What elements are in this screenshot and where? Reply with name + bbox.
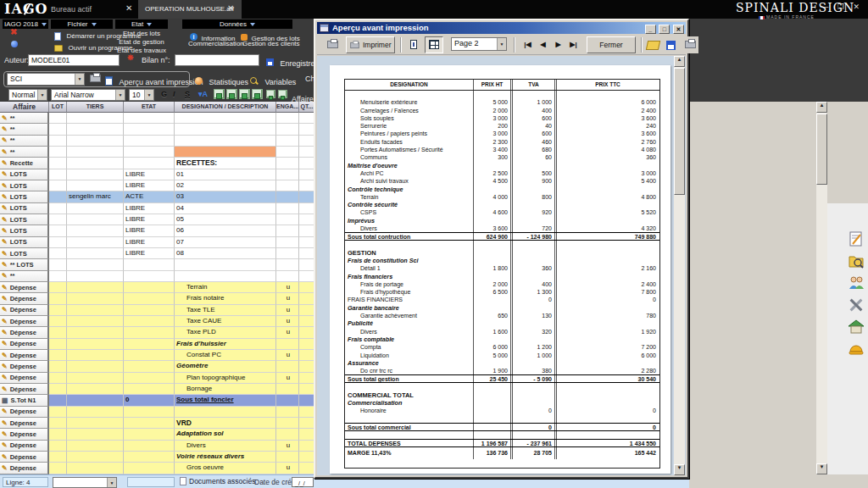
cell-lot[interactable] xyxy=(49,191,67,202)
cell-lot[interactable] xyxy=(49,339,67,350)
row-header-affaire[interactable]: ✎** xyxy=(0,136,49,147)
scrollbar-thumb[interactable] xyxy=(816,114,827,185)
cell-etat[interactable] xyxy=(124,136,175,147)
grid-scrollbar[interactable]: ▲ ▼ xyxy=(816,102,827,474)
cell-lot[interactable] xyxy=(49,203,67,214)
cell-etat[interactable]: LIBRE xyxy=(124,180,175,191)
first-page-button[interactable]: |◀ xyxy=(520,36,535,53)
imprimer-button[interactable]: Imprimer xyxy=(346,36,395,53)
italic-button[interactable]: I xyxy=(173,90,175,98)
cell-designation[interactable]: 05 xyxy=(175,214,276,225)
cell-engagement[interactable] xyxy=(276,136,299,147)
row-header-affaire[interactable]: ✎LOTS xyxy=(0,248,49,259)
font-size-select[interactable]: 10▼ xyxy=(129,89,154,101)
previous-page-button[interactable]: ◀ xyxy=(536,36,550,53)
cell-etat[interactable] xyxy=(124,327,175,338)
sci-select[interactable]: SCI▼ xyxy=(7,73,85,86)
helmet-icon[interactable] xyxy=(848,341,865,358)
cell-tiers[interactable] xyxy=(67,305,124,316)
cell-tiers[interactable] xyxy=(67,113,124,124)
row-header-affaire[interactable]: ✎LOTS xyxy=(0,191,49,202)
row-header-affaire[interactable]: ✎Dépense xyxy=(0,361,49,372)
cell-engagement[interactable]: u xyxy=(276,282,299,293)
cell-tiers[interactable] xyxy=(67,339,124,350)
cell-tiers[interactable] xyxy=(67,214,124,225)
chevron-down-icon[interactable]: ▼ xyxy=(497,38,506,50)
cell-etat[interactable] xyxy=(124,259,175,270)
cell-designation[interactable]: Voirie réseaux divers xyxy=(175,452,276,463)
cell-lot[interactable] xyxy=(49,124,67,135)
cell-lot[interactable] xyxy=(49,237,67,248)
cell-lot[interactable] xyxy=(49,225,67,236)
minimize-button[interactable]: – xyxy=(824,3,832,11)
export-button[interactable] xyxy=(663,36,678,53)
row-header-affaire[interactable]: ✎LOTS xyxy=(0,180,49,191)
column-header[interactable]: ETAT xyxy=(124,102,175,113)
row-header-affaire[interactable]: ✎Dépense xyxy=(0,316,49,327)
expand-rows-button[interactable] xyxy=(266,90,275,98)
documents-associes-button[interactable]: Documents associés xyxy=(180,477,255,485)
cell-tiers[interactable] xyxy=(67,441,124,452)
column-header[interactable]: LOT xyxy=(49,102,67,113)
row-header-affaire[interactable]: ✎LOTS xyxy=(0,203,49,214)
print-setup-button[interactable] xyxy=(682,36,698,53)
folder-search-icon[interactable] xyxy=(848,252,865,269)
multi-page-view-button[interactable] xyxy=(425,36,443,53)
cell-tiers[interactable] xyxy=(67,418,124,429)
scroll-up-icon[interactable]: ▲ xyxy=(816,102,827,113)
cell-etat[interactable] xyxy=(124,282,175,293)
cell-designation[interactable]: Divers xyxy=(175,441,276,452)
page-select[interactable]: Page 2▼ xyxy=(451,37,507,51)
last-page-button[interactable]: ▶| xyxy=(566,36,581,53)
cell-tiers[interactable] xyxy=(67,158,124,169)
row-header-affaire[interactable]: ✎Dépense xyxy=(0,418,49,429)
single-page-view-button[interactable] xyxy=(405,36,422,53)
row-header-affaire[interactable]: ✎LOTS xyxy=(0,214,49,225)
cell-engagement[interactable] xyxy=(276,395,299,406)
cell-designation[interactable]: Taxe TLE xyxy=(175,305,276,316)
cell-designation[interactable] xyxy=(175,124,276,135)
cell-tiers[interactable] xyxy=(67,463,124,474)
cell-designation[interactable] xyxy=(175,407,276,418)
cell-designation[interactable]: Frais d'huissier xyxy=(175,339,276,350)
column-header[interactable]: ENGA... xyxy=(276,102,299,113)
cell-tiers[interactable] xyxy=(67,169,124,180)
cell-engagement[interactable] xyxy=(276,124,299,135)
menu-item-commercialisation[interactable]: Commercialisation xyxy=(188,40,244,47)
cell-engagement[interactable] xyxy=(276,259,299,270)
cell-designation[interactable]: Plan topographique xyxy=(175,373,276,384)
cell-lot[interactable] xyxy=(49,441,67,452)
cell-lot[interactable] xyxy=(49,350,67,361)
cell-engagement[interactable]: u xyxy=(276,316,299,327)
cell-designation[interactable]: 06 xyxy=(175,225,276,236)
cell-designation[interactable]: 01 xyxy=(175,169,276,180)
cell-designation[interactable]: VRD xyxy=(175,418,276,429)
cell-etat[interactable] xyxy=(124,418,175,429)
cell-tiers[interactable] xyxy=(67,124,124,135)
cell-etat[interactable]: ACTE xyxy=(124,191,175,202)
cell-etat[interactable] xyxy=(124,441,175,452)
cell-etat[interactable] xyxy=(124,452,175,463)
dialog-minimize-button[interactable]: _ xyxy=(645,25,656,34)
cell-engagement[interactable] xyxy=(276,169,299,180)
cell-designation[interactable]: Constat PC xyxy=(175,350,276,361)
cell-designation[interactable]: Taxe PLD xyxy=(175,327,276,338)
row-header-affaire[interactable]: ✎Dépense xyxy=(0,452,49,463)
cell-engagement[interactable]: u xyxy=(276,441,299,452)
cell-designation[interactable]: 08 xyxy=(175,248,276,259)
cell-etat[interactable]: LIBRE xyxy=(124,237,175,248)
cell-tiers[interactable] xyxy=(67,225,124,236)
maximize-button[interactable]: ❐ xyxy=(837,3,848,11)
notes-icon[interactable] xyxy=(848,230,865,247)
cell-designation[interactable] xyxy=(175,136,276,147)
cell-designation[interactable]: 04 xyxy=(175,203,276,214)
apercu-button[interactable]: Aperçu avant impression xyxy=(105,73,203,88)
cell-tiers[interactable] xyxy=(67,259,124,270)
cell-engagement[interactable] xyxy=(276,418,299,429)
cell-lot[interactable] xyxy=(49,361,67,372)
cell-tiers[interactable] xyxy=(67,361,124,372)
cell-lot[interactable] xyxy=(49,327,67,338)
statusbar-select[interactable]: ▼ xyxy=(53,477,117,488)
cell-lot[interactable] xyxy=(49,463,67,474)
cell-lot[interactable] xyxy=(49,429,67,440)
